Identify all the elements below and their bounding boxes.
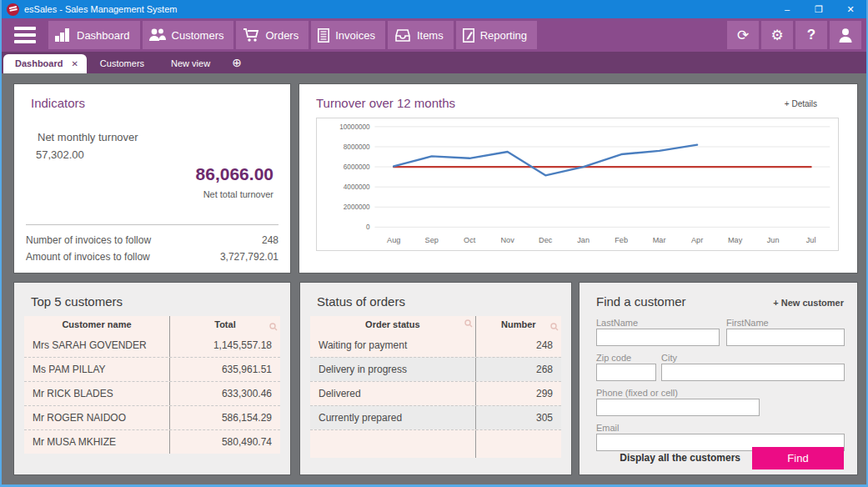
chart-title: Turnover over 12 months [316, 96, 455, 110]
find-customer-title: Find a customer [596, 294, 686, 309]
tab-dashboard[interactable]: Dashboard ✕ [3, 54, 87, 73]
main-toolbar: Dashboard Customers Orders Invoices Item… [2, 18, 866, 52]
svg-text:0: 0 [366, 223, 370, 231]
svg-text:May: May [728, 236, 743, 244]
minimize-button[interactable]: – [771, 0, 803, 18]
new-customer-link[interactable]: + New customer [773, 298, 844, 308]
close-button[interactable]: ✕ [835, 0, 866, 18]
divider [26, 224, 278, 225]
window-controls: – ❐ ✕ [771, 0, 866, 18]
order-status-panel: Status of orders Order status Number Wai… [299, 282, 572, 475]
turnover-line-chart: 0200000040000006000000800000010000000Aug… [316, 118, 839, 251]
top-customers-table: Customer name Total Mrs SARAH GOVENDER 1… [24, 316, 280, 454]
display-all-customers-link[interactable]: Display all the customers [620, 452, 740, 464]
table-row[interactable] [310, 429, 561, 458]
nav-reporting-button[interactable]: Reporting [456, 21, 537, 49]
bar-chart-icon [55, 28, 71, 42]
tab-customers[interactable]: Customers [87, 54, 158, 73]
search-magnifier-icon [269, 323, 278, 331]
order-status-title: Status of orders [317, 294, 405, 309]
svg-text:Dec: Dec [539, 236, 553, 244]
lastname-field[interactable] [596, 329, 720, 346]
user-profile-icon[interactable] [830, 21, 861, 49]
window-titlebar: esSales - Sales Management System – ❐ ✕ [2, 0, 866, 18]
svg-text:Aug: Aug [387, 236, 400, 244]
zipcode-label: Zip code [596, 353, 631, 363]
box-icon [394, 28, 411, 42]
net-total-turnover-label: Net total turnover [203, 189, 273, 199]
table-row[interactable]: Delivered 299 [310, 381, 561, 405]
email-label: Email [596, 423, 620, 433]
search-magnifier-icon [464, 319, 473, 328]
nav-invoices-button[interactable]: Invoices [311, 21, 385, 49]
net-total-turnover-value: 86,066.00 [196, 164, 273, 184]
net-monthly-turnover-value: 57,302.00 [36, 148, 84, 161]
table-row[interactable]: Currently prepared 305 [310, 405, 561, 429]
turnover-chart-panel: Turnover over 12 months + Details 020000… [299, 83, 858, 274]
settings-gear-icon[interactable]: ⚙ [761, 21, 793, 49]
maximize-button[interactable]: ❐ [803, 0, 835, 18]
table-header: Customer name Total [24, 316, 280, 333]
city-label: City [661, 353, 677, 363]
phone-field[interactable] [596, 399, 760, 416]
table-row[interactable]: Mr MUSA MKHIZE 580,490.74 [24, 429, 280, 454]
tab-new-view[interactable]: New view [158, 54, 223, 73]
tab-close-icon[interactable]: ✕ [71, 59, 78, 68]
cart-icon [243, 28, 259, 43]
table-row[interactable]: Waiting for payment 248 [310, 333, 561, 357]
add-tab-icon[interactable]: ⊕ [223, 53, 250, 73]
table-row[interactable]: Delivery in progress 268 [310, 357, 561, 381]
refresh-icon[interactable]: ⟳ [727, 21, 759, 49]
find-button[interactable]: Find [752, 447, 844, 469]
firstname-label: FirstName [726, 318, 769, 328]
firstname-field[interactable] [726, 329, 845, 346]
svg-text:8000000: 8000000 [344, 143, 370, 151]
nav-orders-button[interactable]: Orders [236, 21, 309, 49]
svg-text:Apr: Apr [691, 236, 703, 244]
view-tabstrip: Dashboard ✕ Customers New view ⊕ [2, 52, 866, 73]
svg-text:6000000: 6000000 [344, 163, 370, 171]
table-row[interactable]: Mr RICK BLADES 633,300.46 [24, 381, 280, 405]
nav-customers-button[interactable]: Customers [143, 21, 234, 49]
table-row[interactable]: Mrs SARAH GOVENDER 1,145,557.18 [24, 333, 280, 357]
zipcode-field[interactable] [596, 364, 656, 381]
invoices-count-row: Number of invoices to follow 248 [26, 234, 278, 246]
svg-text:4000000: 4000000 [344, 183, 370, 191]
table-row[interactable]: Mr ROGER NAIDOO 586,154.29 [24, 405, 280, 429]
table-row[interactable]: Ms PAM PILLAY 635,961.51 [24, 357, 280, 381]
people-icon [149, 28, 166, 42]
report-icon [463, 28, 474, 43]
window-title: esSales - Sales Management System [24, 4, 771, 14]
net-monthly-turnover-label: Net monthly turnover [38, 131, 138, 143]
top-customers-panel: Top 5 customers Customer name Total Mrs … [13, 282, 291, 475]
dashboard-content: Indicators Net monthly turnover 57,302.0… [3, 73, 865, 484]
order-status-table: Order status Number Waiting for payment … [310, 316, 561, 458]
svg-text:10000000: 10000000 [339, 123, 370, 131]
indicators-title: Indicators [31, 96, 85, 110]
svg-text:Jun: Jun [767, 236, 780, 244]
svg-text:Nov: Nov [501, 236, 515, 244]
table-header: Order status Number [310, 316, 561, 333]
invoice-icon [318, 28, 329, 43]
svg-text:Jan: Jan [577, 236, 590, 244]
nav-dashboard-button[interactable]: Dashboard [48, 21, 140, 49]
invoices-amount-row: Amount of invoices to follow 3,727,792.0… [26, 251, 278, 263]
details-link[interactable]: + Details [785, 99, 817, 108]
nav-items-button[interactable]: Items [388, 21, 454, 49]
phone-label: Phone (fixed or cell) [596, 388, 678, 398]
indicators-panel: Indicators Net monthly turnover 57,302.0… [13, 83, 291, 274]
hamburger-menu-icon[interactable] [7, 21, 43, 49]
help-icon[interactable]: ? [795, 21, 827, 49]
city-field[interactable] [661, 364, 845, 381]
svg-text:2000000: 2000000 [344, 203, 370, 211]
svg-text:Oct: Oct [464, 236, 476, 244]
svg-text:Jul: Jul [806, 236, 816, 244]
app-logo-icon [7, 3, 19, 16]
find-customer-panel: Find a customer + New customer LastName … [579, 282, 858, 475]
search-magnifier-icon [550, 323, 559, 331]
lastname-label: LastName [596, 318, 638, 328]
svg-text:Feb: Feb [615, 236, 628, 244]
top-customers-title: Top 5 customers [31, 294, 123, 309]
svg-text:Sep: Sep [425, 236, 439, 244]
svg-text:Mar: Mar [653, 236, 666, 244]
